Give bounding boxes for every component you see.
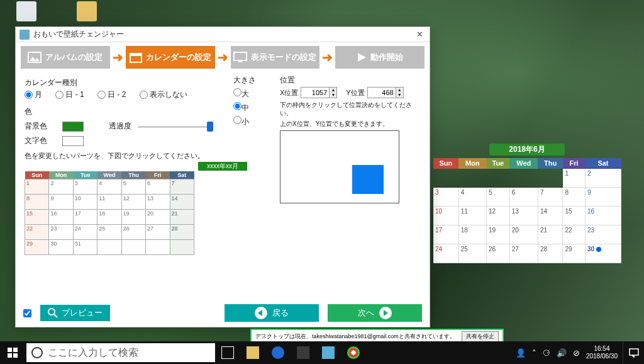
power-icon[interactable]: ⊘ bbox=[573, 348, 580, 358]
people-icon[interactable]: 👤 bbox=[516, 348, 526, 358]
radio-size-lg[interactable]: 大 bbox=[233, 88, 271, 100]
titlebar[interactable]: おもいで壁紙チェンジャー ✕ bbox=[16, 27, 430, 42]
window-title: おもいで壁紙チェンジャー bbox=[33, 29, 124, 40]
mini-cal-cell[interactable]: 21 bbox=[170, 210, 194, 225]
calendar-icon bbox=[130, 52, 142, 63]
mini-cal-cell[interactable]: 30 bbox=[49, 240, 73, 255]
cal-cell: 8 bbox=[563, 188, 586, 207]
mini-cal-cell[interactable]: 17 bbox=[73, 210, 97, 225]
task-view-button[interactable] bbox=[215, 341, 240, 364]
mini-cal-title[interactable]: xxxx年xx月 bbox=[198, 162, 247, 171]
tray-chevron-icon[interactable]: ˄ bbox=[532, 348, 536, 358]
mini-cal-cell[interactable]: 12 bbox=[121, 195, 145, 210]
mini-cal-cell[interactable]: 14 bbox=[170, 195, 194, 210]
step-start[interactable]: 動作開始 bbox=[335, 46, 425, 69]
fg-color-swatch[interactable] bbox=[62, 136, 84, 146]
taskbar-app-edge[interactable] bbox=[265, 341, 291, 364]
mini-cal-cell[interactable]: 6 bbox=[146, 179, 170, 195]
y-spinner[interactable]: ▲▼ bbox=[367, 87, 404, 98]
mini-cal-cell[interactable]: 1 bbox=[25, 179, 49, 195]
stop-sharing-button[interactable]: 共有を停止 bbox=[462, 331, 499, 342]
mini-cal-cell[interactable]: 10 bbox=[73, 195, 97, 210]
cal-cell: 21 bbox=[538, 225, 563, 244]
mini-cal-cell[interactable]: 11 bbox=[97, 195, 121, 210]
mini-cal-cell[interactable]: 18 bbox=[97, 210, 121, 225]
x-label: X位置 bbox=[280, 88, 298, 98]
position-marker[interactable] bbox=[352, 165, 384, 194]
svg-rect-14 bbox=[13, 353, 18, 358]
taskbar-app-generic[interactable] bbox=[316, 341, 341, 364]
arrow-icon: ➜ bbox=[322, 50, 333, 65]
x-down[interactable]: ▼ bbox=[330, 93, 336, 98]
search-box[interactable]: ここに入力して検索 bbox=[26, 343, 215, 362]
mini-cal-cell[interactable] bbox=[121, 240, 145, 255]
mini-cal-cell[interactable]: 13 bbox=[146, 195, 170, 210]
wifi-icon[interactable]: ⚆ bbox=[543, 348, 550, 358]
mini-cal-cell[interactable] bbox=[97, 240, 121, 255]
cal-cell: 12 bbox=[487, 207, 510, 225]
mini-cal-cell[interactable]: 20 bbox=[146, 210, 170, 225]
mini-cal-cell[interactable]: 22 bbox=[25, 225, 49, 240]
mini-cal-cell[interactable]: 8 bbox=[25, 195, 49, 210]
clock[interactable]: 16:54 2018/06/30 bbox=[586, 345, 618, 360]
step-album[interactable]: アルバムの設定 bbox=[21, 46, 110, 69]
taskbar-app-explorer[interactable] bbox=[240, 341, 265, 364]
preview-button[interactable]: プレビュー bbox=[40, 305, 110, 321]
back-button[interactable]: 戻る bbox=[225, 304, 319, 322]
mini-cal-cell[interactable]: 28 bbox=[170, 225, 194, 240]
bottom-bar: プレビュー 戻る 次へ bbox=[16, 304, 430, 322]
position-canvas[interactable] bbox=[280, 130, 399, 203]
mini-cal-cell[interactable]: 23 bbox=[49, 225, 73, 240]
radio-day1[interactable]: 日 - 1 bbox=[55, 90, 84, 99]
mini-cal-cell[interactable]: 7 bbox=[170, 179, 194, 195]
x-input[interactable] bbox=[301, 88, 329, 98]
cal-cell: 19 bbox=[487, 225, 510, 244]
opacity-slider[interactable] bbox=[138, 122, 213, 132]
mini-cal-cell[interactable]: 4 bbox=[97, 179, 121, 195]
radio-day2[interactable]: 日 - 2 bbox=[97, 90, 126, 99]
mini-cal-cell[interactable]: 31 bbox=[73, 240, 97, 255]
mini-cal-cell[interactable]: 2 bbox=[49, 179, 73, 195]
mini-cal-cell[interactable]: 19 bbox=[121, 210, 145, 225]
cal-cell: 22 bbox=[563, 225, 586, 244]
volume-icon[interactable]: 🔊 bbox=[557, 348, 567, 358]
desktop-folder[interactable] bbox=[74, 1, 99, 23]
svg-marker-9 bbox=[258, 310, 262, 316]
mini-cal-cell[interactable]: 9 bbox=[49, 195, 73, 210]
start-button[interactable] bbox=[0, 341, 25, 364]
mini-calendar[interactable]: Sun Mon Tue Wed Thu Fri Sat 123456789101… bbox=[25, 171, 194, 255]
mini-cal-cell[interactable]: 24 bbox=[73, 225, 97, 240]
taskbar-app-chrome[interactable] bbox=[341, 341, 366, 364]
radio-size-md[interactable]: 中 bbox=[233, 102, 271, 113]
recycle-bin[interactable] bbox=[14, 1, 39, 23]
mini-cal-cell[interactable] bbox=[170, 240, 194, 255]
y-down[interactable]: ▼ bbox=[396, 93, 403, 98]
radio-none[interactable]: 表示しない bbox=[140, 90, 187, 99]
radio-size-sm[interactable]: 小 bbox=[233, 116, 271, 127]
bg-color-swatch[interactable] bbox=[62, 122, 84, 132]
mini-cal-cell[interactable]: 26 bbox=[121, 225, 145, 240]
preview-checkbox[interactable] bbox=[23, 309, 31, 317]
mini-cal-cell[interactable]: 27 bbox=[146, 225, 170, 240]
action-center-button[interactable] bbox=[623, 341, 644, 364]
mini-cal-cell[interactable]: 29 bbox=[25, 240, 49, 255]
step-display[interactable]: 表示モードの設定 bbox=[231, 46, 320, 69]
notification-icon bbox=[629, 348, 639, 358]
x-spinner[interactable]: ▲▼ bbox=[301, 87, 337, 98]
mini-cal-cell[interactable]: 16 bbox=[49, 210, 73, 225]
mini-cal-cell[interactable]: 5 bbox=[121, 179, 145, 195]
mini-cal-cell[interactable]: 15 bbox=[25, 210, 49, 225]
y-input[interactable] bbox=[368, 88, 396, 98]
taskbar-app-store[interactable] bbox=[291, 341, 316, 364]
svg-rect-13 bbox=[8, 353, 12, 358]
step-calendar[interactable]: カレンダーの設定 bbox=[126, 46, 215, 69]
radio-month[interactable]: 月 bbox=[25, 90, 42, 99]
mini-cal-cell[interactable]: 25 bbox=[97, 225, 121, 240]
y-up[interactable]: ▲ bbox=[396, 88, 403, 93]
close-button[interactable]: ✕ bbox=[414, 30, 426, 39]
arrow-icon: ➜ bbox=[218, 50, 228, 65]
mini-cal-cell[interactable]: 3 bbox=[73, 179, 97, 195]
x-up[interactable]: ▲ bbox=[330, 88, 336, 93]
mini-cal-cell[interactable] bbox=[146, 240, 170, 255]
next-button[interactable]: 次へ bbox=[328, 304, 422, 322]
